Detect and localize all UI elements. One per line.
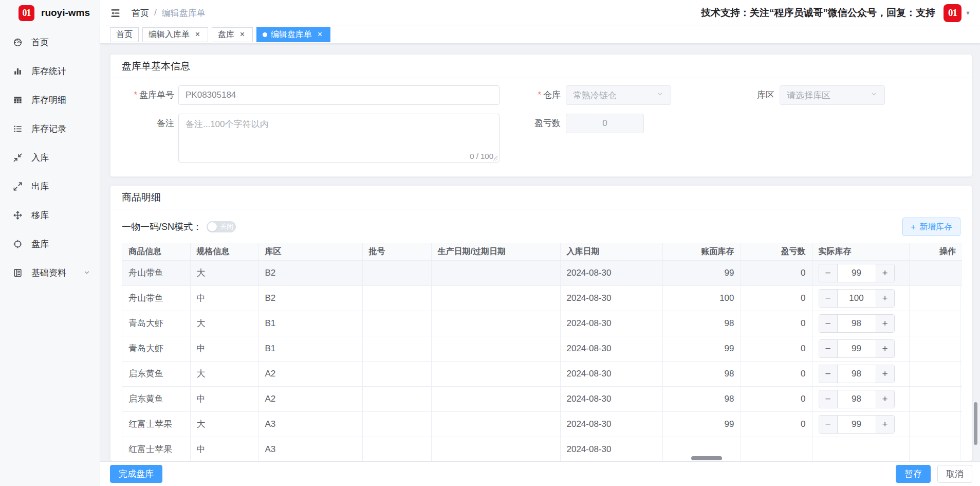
quantity-stepper[interactable]: −100+ [819,289,895,308]
tab-label: 盘库 [218,29,234,40]
grid-icon [13,95,23,105]
add-stock-button[interactable]: + 新增库存 [902,218,960,236]
tab-0[interactable]: 首页 [110,27,139,42]
sidebar-item-base-data[interactable]: 基础资料 [0,258,100,287]
breadcrumb-home[interactable]: 首页 [132,7,149,19]
sidebar-item-inventory-records[interactable]: 库存记录 [0,114,100,143]
column-header-7: 盈亏数 [741,243,812,260]
actual-qty-cell [812,437,909,461]
batch-cell [362,411,431,437]
vertical-scrollbar-thumb[interactable] [974,402,977,445]
decrease-button[interactable]: − [819,416,838,433]
navbar-right: 技术支持：关注“程序员诚哥”微信公众号，回复：支持 01 ▼ [701,4,971,22]
top-navbar: 首页 / 编辑盘库单 技术支持：关注“程序员诚哥”微信公众号，回复：支持 01 … [100,0,980,26]
sidebar-item-outbound[interactable]: 出库 [0,172,100,201]
profit-loss-cell: 0 [741,285,812,311]
column-header-0: 商品信息 [122,243,190,260]
increase-button[interactable]: + [876,340,894,357]
actual-qty-value[interactable]: 99 [838,264,876,282]
warehouse-select[interactable]: 常熟冷链仓 [566,85,671,105]
avatar[interactable]: 01 [944,4,961,22]
decrease-button[interactable]: − [819,264,838,282]
remark-placeholder: 备注...100个字符以内 [179,114,499,134]
increase-button[interactable]: + [876,264,894,282]
quantity-stepper[interactable]: −98+ [819,365,895,383]
batch-cell [362,285,431,311]
cancel-button[interactable]: 取消 [937,465,972,483]
basic-card-title: 盘库单基本信息 [110,55,972,78]
dates-cell [431,311,560,336]
table-row: 舟山带鱼中B22024-08-301000−100+ [122,285,962,311]
actual-qty-value[interactable]: 98 [838,315,876,332]
order-no-label: *盘库单号 [122,85,174,105]
sidebar-item-stocktake[interactable]: 盘库 [0,229,100,258]
increase-button[interactable]: + [876,315,894,332]
table-row: 青岛大虾大B12024-08-30980−98+ [122,311,962,336]
increase-button[interactable]: + [876,390,894,408]
quantity-stepper[interactable]: −98+ [819,314,895,333]
increase-button[interactable]: + [876,365,894,383]
operation-cell [909,311,962,336]
close-icon[interactable]: × [316,30,324,39]
sidebar-item-home[interactable]: 首页 [0,28,100,57]
product-cell: 红富士苹果 [122,437,190,461]
spec-cell: 大 [190,411,258,437]
column-header-8: 实际库存 [812,243,909,260]
warehouse-label: *仓库 [500,85,561,105]
tab-1[interactable]: 编辑入库单× [142,27,208,42]
app-logo[interactable]: 01 ruoyi-wms [0,0,100,26]
dates-cell [431,411,560,437]
tab-3[interactable]: 编辑盘库单× [256,27,330,42]
profit-loss-input[interactable]: 0 [566,114,644,133]
close-icon[interactable]: × [238,30,247,39]
order-no-input[interactable]: PK08305184 [178,85,500,105]
close-icon[interactable]: × [193,30,202,39]
tab-2[interactable]: 盘库× [212,27,253,42]
switch-state-text: 关闭 [220,222,233,231]
sidebar-item-move[interactable]: 移库 [0,201,100,229]
goods-card-title: 商品明细 [110,186,972,209]
area-cell: B1 [258,311,362,336]
sidebar-item-label: 库存记录 [31,123,66,135]
actual-qty-value[interactable]: 99 [838,340,876,357]
form-row-1: *盘库单号 PK08305184 *仓库 常熟冷链仓 库区 请选择库区 [110,85,972,105]
remark-textarea[interactable]: 备注...100个字符以内 0 / 100 [178,114,500,163]
sn-mode-switch[interactable]: 关闭 [207,221,236,232]
sidebar-item-label: 盘库 [31,238,49,250]
spec-cell: 中 [190,386,258,411]
save-draft-button[interactable]: 暂存 [896,465,931,483]
horizontal-scrollbar-thumb[interactable] [691,456,722,460]
book-qty-cell: 99 [662,336,741,361]
actual-qty-value[interactable]: 99 [838,416,876,433]
decrease-button[interactable]: − [819,340,838,357]
decrease-button[interactable]: − [819,390,838,408]
sidebar-item-inbound[interactable]: 入库 [0,143,100,172]
caret-down-icon[interactable]: ▼ [965,10,971,16]
sidebar-item-inventory-stats[interactable]: 库存统计 [0,57,100,85]
increase-button[interactable]: + [876,290,894,307]
area-select[interactable]: 请选择库区 [780,85,885,105]
area-cell: A3 [258,437,362,461]
sidebar-item-label: 库存明细 [31,94,66,106]
dates-cell [431,285,560,311]
operation-cell [909,260,962,285]
complete-stocktake-button[interactable]: 完成盘库 [110,465,162,483]
quantity-stepper[interactable]: −98+ [819,390,895,408]
quantity-stepper[interactable]: −99+ [819,339,895,358]
area-cell: B2 [258,285,362,311]
actual-qty-value[interactable]: 98 [838,390,876,408]
actual-qty-value[interactable]: 100 [838,290,876,307]
decrease-button[interactable]: − [819,365,838,383]
actual-qty-cell: −99+ [812,336,909,361]
sidebar-item-inventory-detail[interactable]: 库存明细 [0,85,100,114]
decrease-button[interactable]: − [819,315,838,332]
increase-button[interactable]: + [876,416,894,433]
sidebar-fold-icon[interactable] [109,7,121,19]
goods-table-body: 舟山带鱼大B22024-08-30990−99+舟山带鱼中B22024-08-3… [122,260,962,461]
quantity-stepper[interactable]: −99+ [819,264,895,282]
spec-cell: 中 [190,437,258,461]
quantity-stepper[interactable]: −99+ [819,415,895,434]
decrease-button[interactable]: − [819,290,838,307]
actual-qty-value[interactable]: 98 [838,365,876,383]
inbound-date-cell: 2024-08-30 [560,285,662,311]
